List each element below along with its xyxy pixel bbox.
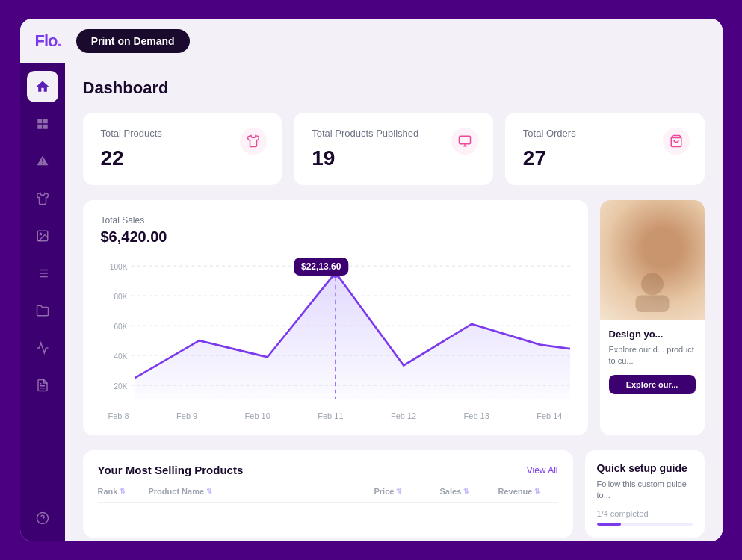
quick-setup-card: Quick setup guide Follow this custom gui…: [585, 450, 705, 538]
progress-bar-bg: [597, 523, 693, 526]
svg-rect-12: [459, 136, 470, 144]
stat-card-orders: Total Orders 27: [505, 113, 705, 185]
th-sales: Sales ⇅: [440, 487, 492, 496]
line-chart-svg: 100K 80K 60K 40K 20K: [101, 258, 570, 407]
sidebar-item-home[interactable]: [27, 71, 58, 102]
side-card-placeholder: [600, 200, 705, 320]
side-card-title: Design yo...: [609, 329, 696, 340]
view-all-link[interactable]: View All: [527, 465, 558, 476]
th-revenue: Revenue ⇅: [498, 487, 558, 496]
chart-area: $22,13.60 100K 80K 60K 40K: [101, 258, 570, 407]
sort-icon-sales: ⇅: [463, 488, 469, 495]
svg-point-1: [40, 233, 41, 234]
stat-label-published: Total Products Published: [312, 128, 475, 139]
x-label-6: Feb 14: [537, 411, 562, 420]
products-title: Your Most Selling Products: [98, 464, 244, 476]
chart-value: $6,420.00: [101, 228, 570, 246]
chart-label: Total Sales: [101, 215, 570, 225]
chart-tooltip: $22,13.60: [294, 258, 348, 276]
stat-label-total-products: Total Products: [101, 128, 265, 139]
side-card: Design yo... Explore our d... product to…: [600, 200, 705, 435]
x-label-0: Feb 8: [108, 411, 129, 420]
stat-value-total-products: 22: [101, 146, 265, 170]
sort-icon-price: ⇅: [396, 488, 402, 495]
x-label-4: Feb 12: [391, 411, 416, 420]
sort-icon-name: ⇅: [206, 488, 212, 495]
sidebar-item-shapes[interactable]: [27, 146, 58, 177]
side-card-body: Design yo... Explore our d... product to…: [600, 320, 705, 435]
sidebar-item-products[interactable]: [27, 183, 58, 214]
quick-setup-progress: 1/4 completed: [597, 509, 693, 518]
stat-icon-orders: [663, 128, 690, 155]
stat-card-total-products: Total Products 22: [83, 113, 282, 185]
x-label-2: Feb 10: [245, 411, 270, 420]
side-card-text: Explore our d... product to cu...: [609, 344, 696, 367]
x-label-3: Feb 11: [318, 411, 343, 420]
products-header: Your Most Selling Products View All: [98, 464, 558, 476]
products-card: Your Most Selling Products View All Rank…: [83, 450, 573, 538]
app-badge: Print on Demand: [76, 29, 190, 53]
sidebar-item-help[interactable]: [27, 503, 58, 534]
svg-text:20K: 20K: [114, 381, 127, 391]
sidebar-item-reports[interactable]: [27, 370, 58, 401]
x-label-5: Feb 13: [464, 411, 489, 420]
table-header: Rank ⇅ Product Name ⇅ Price ⇅ Sales ⇅: [98, 487, 558, 503]
svg-text:80K: 80K: [114, 291, 127, 301]
quick-setup-subtitle: Follow this custom guide to...: [597, 479, 693, 502]
stat-icon-total-products: [240, 128, 267, 155]
sidebar-item-list[interactable]: [27, 258, 58, 289]
th-price: Price ⇅: [374, 487, 434, 496]
x-label-1: Feb 9: [176, 411, 197, 420]
side-card-image: [600, 200, 705, 320]
bottom-section: Your Most Selling Products View All Rank…: [83, 450, 705, 538]
sidebar-item-folder[interactable]: [27, 295, 58, 326]
svg-text:100K: 100K: [109, 261, 127, 271]
chart-card: Total Sales $6,420.00 $22,13.60 100K: [83, 200, 588, 435]
chart-section: Total Sales $6,420.00 $22,13.60 100K: [83, 200, 705, 435]
quick-setup-title: Quick setup guide: [597, 462, 693, 474]
stat-card-published: Total Products Published 19: [294, 113, 493, 185]
progress-bar-fill: [597, 523, 621, 526]
sort-icon-rank: ⇅: [120, 488, 126, 495]
app-container: Flo. Print on Demand: [20, 19, 723, 541]
explore-button[interactable]: Explore our...: [609, 375, 696, 394]
top-bar: Flo. Print on Demand: [20, 19, 723, 63]
stat-icon-published: [451, 128, 478, 155]
chart-x-labels: Feb 8 Feb 9 Feb 10 Feb 11 Feb 12 Feb 13 …: [101, 411, 570, 420]
svg-text:40K: 40K: [114, 351, 127, 361]
svg-point-27: [641, 273, 664, 296]
th-product-name: Product Name ⇅: [149, 487, 368, 496]
th-rank: Rank ⇅: [98, 487, 143, 496]
sidebar-item-grid[interactable]: [27, 108, 58, 140]
logo: Flo.: [35, 31, 61, 51]
svg-rect-28: [635, 296, 669, 313]
stats-row: Total Products 22 Total Products Publish…: [83, 113, 705, 185]
stat-value-orders: 27: [523, 146, 687, 170]
sort-icon-revenue: ⇅: [534, 488, 540, 495]
main-content: Dashboard Total Products 22 Total Produc…: [65, 63, 723, 541]
page-title: Dashboard: [83, 78, 705, 98]
sidebar: [20, 63, 65, 541]
stat-label-orders: Total Orders: [523, 128, 687, 139]
stat-value-published: 19: [312, 146, 475, 170]
sidebar-item-images[interactable]: [27, 220, 58, 252]
svg-marker-25: [135, 273, 569, 399]
sidebar-item-analytics[interactable]: [27, 332, 58, 364]
svg-text:60K: 60K: [114, 321, 127, 331]
